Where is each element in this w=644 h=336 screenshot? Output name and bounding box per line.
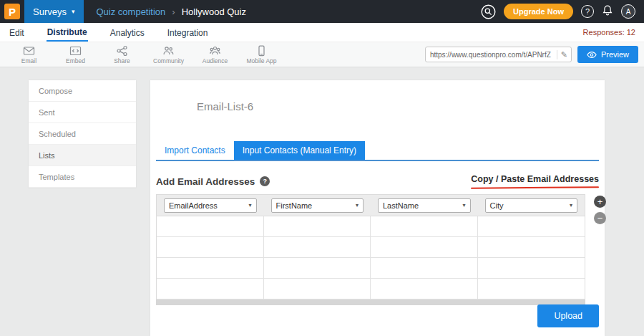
- breadcrumb-separator-icon: ›: [172, 6, 175, 17]
- table-header-cell: FirstName ▾: [264, 198, 371, 213]
- preview-button-label: Preview: [601, 50, 629, 59]
- copy-paste-link[interactable]: Copy / Paste Email Addresses: [471, 174, 599, 188]
- annotation-underline: [471, 186, 599, 189]
- column-select-city[interactable]: City ▾: [485, 198, 578, 213]
- tab-distribute[interactable]: Distribute: [47, 24, 88, 42]
- distribute-toolbar: Email Embed Share Community Audience: [0, 42, 644, 67]
- row-buttons: + −: [594, 196, 606, 224]
- channel-mobile-app[interactable]: Mobile App: [238, 45, 285, 64]
- url-area: ✎ Preview: [425, 46, 638, 63]
- sidebar-item-sent[interactable]: Sent: [29, 102, 136, 123]
- table-cell[interactable]: [478, 279, 585, 299]
- table-header-cell: City ▾: [478, 198, 585, 213]
- table-row: [157, 279, 585, 299]
- table-row: [157, 216, 585, 237]
- search-button[interactable]: [481, 4, 496, 19]
- tab-import-contacts[interactable]: Import Contacts: [156, 141, 234, 160]
- eye-icon: [587, 51, 597, 59]
- contacts-table-wrap: EmailAddress ▾ FirstName ▾ LastName: [156, 194, 599, 305]
- survey-url-box: ✎: [425, 47, 572, 62]
- notifications-button[interactable]: [602, 4, 613, 19]
- responses-count: Responses: 12: [583, 28, 635, 37]
- table-cell[interactable]: [157, 258, 264, 278]
- share-icon: [116, 45, 128, 57]
- main-area: Compose Sent Scheduled Lists Templates E…: [0, 67, 644, 336]
- channel-label: Mobile App: [246, 57, 276, 64]
- help-button[interactable]: ?: [581, 5, 594, 18]
- sidebar-item-compose[interactable]: Compose: [29, 80, 136, 102]
- column-select-value: EmailAddress: [169, 201, 218, 210]
- table-cell[interactable]: [371, 258, 478, 278]
- table-cell[interactable]: [157, 216, 264, 236]
- channel-label: Share: [114, 57, 130, 64]
- table-cell[interactable]: [264, 258, 371, 278]
- breadcrumb-parent-link[interactable]: Quiz competition: [97, 6, 166, 17]
- table-cell[interactable]: [371, 237, 478, 257]
- search-icon: [481, 4, 496, 19]
- table-header-cell: EmailAddress ▾: [157, 198, 264, 213]
- table-cell[interactable]: [264, 237, 371, 257]
- avatar[interactable]: A: [621, 4, 635, 19]
- help-icon[interactable]: ?: [260, 176, 270, 186]
- column-select-firstname[interactable]: FirstName ▾: [271, 198, 364, 213]
- survey-url-input[interactable]: [426, 51, 557, 59]
- horizontal-scrollbar[interactable]: [156, 299, 585, 305]
- topbar: P Surveys ▾ Quiz competition › Hollywood…: [0, 0, 644, 23]
- table-cell[interactable]: [371, 216, 478, 236]
- sidebar-item-scheduled[interactable]: Scheduled: [29, 123, 136, 145]
- column-select-value: LastName: [383, 201, 419, 210]
- chevron-down-icon: ▾: [570, 202, 572, 208]
- channel-label: Email: [21, 57, 36, 64]
- sidebar-item-lists[interactable]: Lists: [29, 145, 136, 166]
- community-icon: [162, 45, 175, 57]
- upgrade-now-button[interactable]: Upgrade Now: [504, 4, 573, 19]
- tab-edit[interactable]: Edit: [9, 24, 25, 41]
- chevron-down-icon: ▾: [356, 202, 358, 208]
- edit-url-pencil-icon[interactable]: ✎: [557, 50, 571, 59]
- sidebar-item-templates[interactable]: Templates: [29, 166, 136, 188]
- embed-icon: [69, 45, 82, 57]
- table-header-row: EmailAddress ▾ FirstName ▾ LastName: [157, 195, 585, 216]
- channel-audience[interactable]: Audience: [192, 45, 238, 64]
- surveys-menu[interactable]: Surveys ▾: [24, 0, 84, 23]
- column-select-emailaddress[interactable]: EmailAddress ▾: [164, 198, 257, 213]
- channel-share[interactable]: Share: [99, 45, 145, 64]
- channel-label: Embed: [66, 57, 85, 64]
- surveys-menu-label: Surveys: [33, 6, 67, 17]
- table-cell[interactable]: [264, 216, 371, 236]
- upload-button[interactable]: Upload: [537, 304, 599, 327]
- table-row: [157, 237, 585, 258]
- bell-icon: [602, 4, 613, 16]
- tab-analytics[interactable]: Analytics: [109, 24, 145, 41]
- table-cell[interactable]: [264, 279, 371, 299]
- column-select-value: FirstName: [276, 201, 313, 210]
- channel-label: Community: [153, 57, 184, 64]
- column-select-lastname[interactable]: LastName ▾: [378, 198, 471, 213]
- topbar-actions: Upgrade Now ? A: [481, 4, 635, 19]
- table-cell[interactable]: [478, 258, 585, 278]
- section-header: Add Email Addresses ? Copy / Paste Email…: [156, 174, 599, 188]
- channel-email[interactable]: Email: [6, 45, 52, 64]
- table-cell[interactable]: [157, 279, 264, 299]
- list-detail-card: Email-List-6 Import Contacts Input Conta…: [150, 80, 605, 336]
- table-cell[interactable]: [371, 279, 478, 299]
- contacts-table: EmailAddress ▾ FirstName ▾ LastName: [156, 194, 585, 299]
- column-select-value: City: [490, 201, 504, 210]
- questionpro-logo[interactable]: P: [4, 4, 20, 19]
- breadcrumb-current: Hollywood Quiz: [182, 6, 246, 17]
- copy-paste-link-label: Copy / Paste Email Addresses: [471, 174, 599, 184]
- channel-embed[interactable]: Embed: [52, 45, 99, 64]
- tab-integration[interactable]: Integration: [167, 24, 209, 41]
- add-row-button[interactable]: +: [594, 196, 606, 208]
- table-cell[interactable]: [478, 216, 585, 236]
- email-list-title: Email-List-6: [197, 100, 605, 112]
- table-cell[interactable]: [157, 237, 264, 257]
- mobile-app-icon: [255, 45, 268, 57]
- channel-community[interactable]: Community: [145, 45, 192, 64]
- remove-row-button[interactable]: −: [594, 212, 606, 224]
- menubar: Edit Distribute Analytics Integration Re…: [0, 23, 644, 42]
- tab-input-contacts-manual[interactable]: Input Contacts (Manual Entry): [234, 141, 365, 160]
- table-cell[interactable]: [478, 237, 585, 257]
- preview-button[interactable]: Preview: [577, 46, 638, 63]
- chevron-down-icon: ▾: [72, 8, 75, 15]
